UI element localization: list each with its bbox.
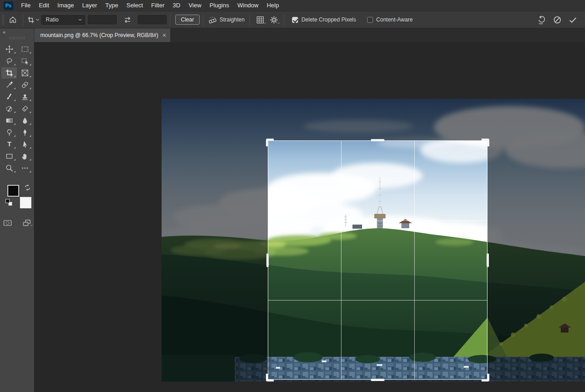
photoshop-window: Ps FileEditImageLayerTypeSelectFilter3DV… (0, 0, 585, 392)
tool-lasso[interactable] (1, 55, 17, 67)
crop-width-input[interactable] (88, 15, 117, 24)
tool-object-selection[interactable] (17, 55, 32, 67)
quick-mask-button[interactable] (0, 217, 14, 228)
tool-crop[interactable] (1, 67, 17, 79)
straighten-label: Straighten (220, 16, 245, 23)
document-tab[interactable]: mountain.png @ 66.7% (Crop Preview, RGB/… (34, 28, 171, 42)
divider (23, 14, 23, 26)
close-tab-icon[interactable]: × (162, 32, 166, 38)
menu-view[interactable]: View (184, 0, 206, 11)
home-button[interactable] (6, 13, 20, 26)
tool-dodge[interactable] (1, 127, 17, 138)
overlay-options-button[interactable] (253, 13, 267, 26)
menu-plugins[interactable]: Plugins (206, 0, 233, 11)
tool-zoom[interactable] (1, 162, 17, 174)
reset-crop-button[interactable] (534, 13, 549, 26)
chevron-down-icon (277, 21, 280, 25)
crop-handle-bottom-left[interactable] (266, 374, 274, 381)
chevron-down-icon (263, 21, 266, 25)
tool-brush[interactable] (1, 91, 17, 102)
tools-panel: « (0, 28, 34, 392)
menu-layer[interactable]: Layer (78, 0, 102, 11)
crop-options-bar: Ratio Clear Straighten Delete Cropped Pi… (0, 11, 585, 28)
delete-cropped-pixels-checkbox[interactable] (292, 17, 298, 23)
divider (249, 14, 250, 26)
swap-width-height-button[interactable] (120, 13, 134, 26)
crop-grid-line (268, 220, 487, 221)
document-tab-title: mountain.png @ 66.7% (Crop Preview, RGB/… (40, 32, 158, 38)
crop-preset-value: Ratio (46, 16, 77, 23)
crop-handle-bottom-right[interactable] (482, 374, 489, 381)
content-aware-checkbox[interactable] (367, 17, 373, 23)
tool-rectangle[interactable] (1, 150, 17, 162)
clear-button[interactable]: Clear (175, 15, 200, 25)
menu-3d[interactable]: 3D (168, 0, 184, 11)
content-aware-option[interactable]: Content-Aware (367, 16, 413, 23)
tool-edit-toolbar[interactable] (17, 162, 32, 174)
chevron-down-icon (36, 18, 39, 21)
straighten-icon (208, 16, 217, 24)
tool-blur[interactable] (17, 115, 32, 126)
tool-rectangular-marquee[interactable] (17, 43, 32, 55)
crop-grid-line (341, 141, 341, 379)
foreground-color-swatch[interactable] (7, 185, 19, 197)
menu-items: FileEditImageLayerTypeSelectFilter3DView… (17, 0, 283, 11)
tool-clone-stamp[interactable] (17, 91, 32, 102)
tools-grid (0, 43, 34, 174)
cancel-crop-button[interactable] (549, 13, 565, 26)
menu-select[interactable]: Select (122, 0, 147, 11)
menu-file[interactable]: File (17, 0, 35, 11)
tool-gradient[interactable] (1, 115, 17, 126)
crop-handle-left[interactable] (266, 253, 269, 267)
tool-type[interactable] (1, 139, 17, 150)
tool-history-brush[interactable] (1, 103, 17, 114)
tool-eyedropper[interactable] (1, 79, 17, 91)
crop-box[interactable] (268, 140, 488, 380)
options-bar-grabber[interactable] (2, 14, 4, 25)
photoshop-logo: Ps (4, 1, 13, 10)
divider (284, 14, 284, 26)
background-color-swatch[interactable] (20, 197, 32, 209)
straighten-button[interactable]: Straighten (208, 16, 245, 24)
crop-icon (27, 16, 34, 23)
tool-frame[interactable] (17, 67, 32, 79)
tool-hand[interactable] (17, 150, 32, 162)
crop-handle-right[interactable] (487, 253, 489, 267)
default-colors-icon[interactable] (5, 199, 12, 206)
chevron-down-icon (30, 224, 33, 227)
menu-help[interactable]: Help (263, 0, 283, 11)
crop-tool-preset-button[interactable] (27, 13, 40, 26)
tool-path-selection[interactable] (17, 139, 32, 150)
crop-settings-button[interactable] (267, 13, 281, 26)
crop-height-input[interactable] (138, 15, 167, 24)
collapse-panel-button[interactable]: « (0, 28, 34, 35)
crop-handle-top-left[interactable] (266, 139, 274, 146)
menu-edit[interactable]: Edit (35, 0, 53, 11)
menu-bar: Ps FileEditImageLayerTypeSelectFilter3DV… (0, 0, 585, 11)
screen-mode-button[interactable] (20, 217, 33, 228)
crop-grid-line (268, 300, 487, 301)
tools-panel-grabber[interactable] (9, 37, 25, 39)
crop-handle-top-right[interactable] (482, 139, 489, 146)
checkmark-icon (569, 16, 577, 24)
crop-handle-top[interactable] (371, 139, 385, 141)
crop-preset-select[interactable]: Ratio (41, 15, 85, 25)
crop-handle-bottom[interactable] (371, 379, 385, 381)
delete-cropped-pixels-label: Delete Cropped Pixels (301, 16, 356, 23)
menu-filter[interactable]: Filter (147, 0, 168, 11)
canvas-area[interactable] (34, 42, 585, 392)
menu-window[interactable]: Window (233, 0, 262, 11)
cancel-icon (553, 16, 562, 24)
tool-spot-healing-brush[interactable] (17, 79, 32, 91)
document-tab-bar: mountain.png @ 66.7% (Crop Preview, RGB/… (34, 28, 585, 42)
divider (203, 14, 203, 26)
swap-colors-icon[interactable] (24, 184, 31, 191)
color-swatches (0, 182, 34, 211)
tool-move[interactable] (1, 43, 17, 55)
menu-image[interactable]: Image (53, 0, 78, 11)
tool-pen[interactable] (17, 127, 32, 138)
delete-cropped-pixels-option[interactable]: Delete Cropped Pixels (292, 16, 356, 23)
menu-type[interactable]: Type (101, 0, 122, 11)
tool-eraser[interactable] (17, 103, 32, 114)
commit-crop-button[interactable] (565, 13, 580, 26)
